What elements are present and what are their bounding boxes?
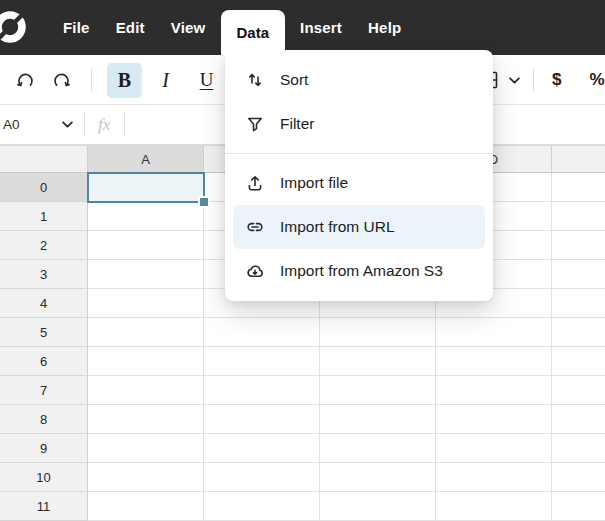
menu-item-import-s3[interactable]: Import from Amazon S3 (233, 249, 485, 293)
undo-button[interactable] (10, 65, 40, 95)
row-header-3[interactable]: 3 (0, 260, 88, 289)
redo-icon (51, 70, 72, 91)
format-percent-button[interactable]: % (580, 64, 605, 96)
undo-icon (15, 70, 36, 91)
menu-item-label: Import from URL (280, 218, 395, 236)
menu-item-import-file[interactable]: Import file (233, 161, 485, 205)
toolbar-divider (91, 68, 92, 92)
row-header-column: 0 1 2 3 4 5 6 7 8 9 10 11 (0, 173, 88, 521)
format-currency-button[interactable]: $ (543, 64, 570, 96)
menu-item-file[interactable]: File (50, 0, 103, 55)
column-header-e[interactable]: E (552, 146, 605, 173)
row-header-8[interactable]: 8 (0, 405, 88, 434)
row-header-5[interactable]: 5 (0, 318, 88, 347)
row-header-10[interactable]: 10 (0, 463, 88, 492)
arrow-up-down-icon (245, 70, 265, 90)
column-header-a[interactable]: A (88, 146, 204, 173)
menu-separator (225, 153, 493, 154)
menu-item-label: Import from Amazon S3 (280, 262, 443, 280)
chevron-down-icon (509, 77, 520, 84)
row-header-2[interactable]: 2 (0, 231, 88, 260)
row-header-7[interactable]: 7 (0, 376, 88, 405)
menu-item-sort[interactable]: Sort (233, 58, 485, 102)
menu-bar: File Edit View Data Insert Help (0, 0, 605, 55)
row-header-6[interactable]: 6 (0, 347, 88, 376)
menu-item-view[interactable]: View (158, 0, 219, 55)
menu-item-label: Sort (280, 71, 308, 89)
data-menu-dropdown: Sort Filter Import file Import from URL (225, 50, 493, 301)
underline-button[interactable]: U (189, 63, 224, 98)
chevron-down-icon (62, 121, 73, 128)
cell-reference-label: A0 (3, 117, 20, 132)
link-icon (245, 217, 265, 237)
redo-button[interactable] (46, 65, 76, 95)
menu-item-insert[interactable]: Insert (287, 0, 355, 55)
formula-bar-divider (84, 113, 85, 137)
row-header-1[interactable]: 1 (0, 202, 88, 231)
cell-reference-box[interactable]: A0 (0, 117, 84, 132)
menu-item-data-active[interactable]: Data (221, 10, 286, 55)
upload-icon (245, 173, 265, 193)
select-all-corner[interactable] (0, 146, 88, 173)
menu-item-import-url[interactable]: Import from URL (233, 205, 485, 249)
menu-item-edit[interactable]: Edit (103, 0, 158, 55)
menu-item-filter[interactable]: Filter (233, 102, 485, 146)
app-logo-icon[interactable] (0, 8, 29, 46)
fill-handle[interactable] (198, 196, 210, 208)
fx-icon: fx (98, 115, 110, 135)
menu-item-label: Filter (280, 115, 314, 133)
selected-cell-outline (87, 172, 205, 203)
row-header-0[interactable]: 0 (0, 173, 88, 202)
row-header-4[interactable]: 4 (0, 289, 88, 318)
menu-item-label: Import file (280, 174, 348, 192)
row-header-11[interactable]: 11 (0, 492, 88, 521)
italic-button[interactable]: I (148, 63, 183, 98)
funnel-icon (245, 114, 265, 134)
bold-button[interactable]: B (107, 63, 142, 98)
toolbar-divider (533, 68, 534, 92)
row-header-9[interactable]: 9 (0, 434, 88, 463)
borders-dropdown-button[interactable] (504, 65, 524, 95)
cloud-download-icon (245, 261, 265, 281)
menu-item-help[interactable]: Help (355, 0, 414, 55)
